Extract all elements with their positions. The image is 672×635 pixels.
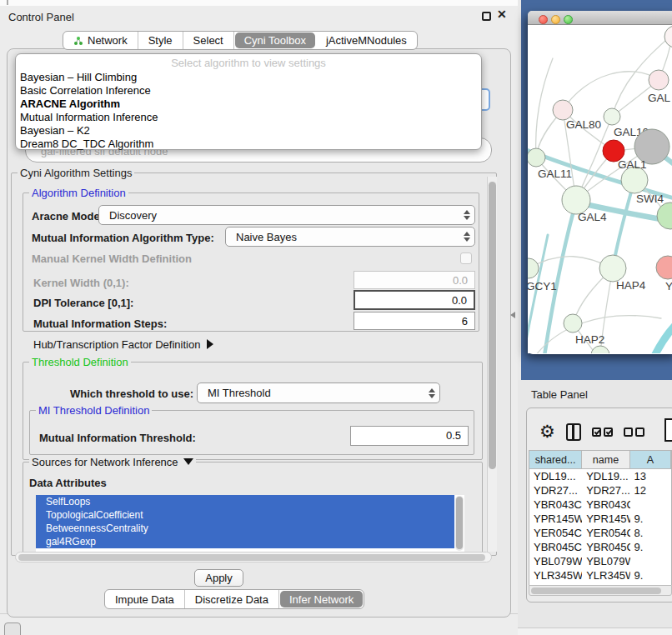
algorithm-option[interactable]: Mutual Information Inference bbox=[16, 110, 481, 123]
settings-horizontal-scrollbar[interactable] bbox=[15, 552, 492, 562]
sources-toggle[interactable]: Sources for Network Inference bbox=[29, 456, 196, 468]
gear-icon[interactable]: ⚙ bbox=[539, 423, 555, 440]
columns-icon[interactable] bbox=[566, 423, 581, 441]
combo-stepper-icon[interactable] bbox=[459, 210, 474, 220]
mi-steps-field[interactable]: 6 bbox=[354, 312, 475, 330]
table-cell: 13 bbox=[630, 469, 671, 483]
tab-select[interactable]: Select bbox=[183, 32, 234, 49]
combo-stepper-icon[interactable] bbox=[459, 232, 474, 242]
bottom-tabbar: Impute DataDiscretize DataInfer Network bbox=[104, 589, 364, 609]
table-cell: YBR043C bbox=[582, 498, 629, 512]
network-node-gal10[interactable] bbox=[604, 108, 620, 125]
tab-infer-network[interactable]: Infer Network bbox=[280, 591, 363, 608]
bottom-strip bbox=[518, 628, 672, 635]
zoom-traffic-light-icon[interactable] bbox=[564, 15, 573, 24]
manual-kernel-checkbox[interactable] bbox=[460, 252, 472, 264]
table-cell: YDL19... bbox=[529, 469, 582, 483]
network-node-hap2[interactable] bbox=[564, 314, 582, 332]
tab-discretize-data[interactable]: Discretize Data bbox=[185, 590, 279, 608]
mi-type-label: Mutual Information Algorithm Type: bbox=[32, 232, 214, 244]
algorithm-dropdown-popup: Select algorithm to view settings Bayesi… bbox=[15, 53, 482, 150]
table-cell: YPR145W bbox=[529, 512, 582, 526]
node-label: GAL4 bbox=[578, 211, 607, 223]
tab-label: Infer Network bbox=[289, 593, 354, 606]
data-attributes-list: SelfLoopsTopologicalCoefficientBetweenne… bbox=[36, 495, 464, 552]
table-cell: YER054C bbox=[529, 526, 582, 540]
tab-label: Discretize Data bbox=[195, 593, 268, 606]
node-label: GAL11 bbox=[538, 168, 572, 180]
kernel-width-label: Kernel Width (0,1): bbox=[33, 277, 129, 289]
network-window[interactable]: GALGAL80GAL10GAL1GAL11GAL4SWI4GCY1HAP4YH… bbox=[528, 11, 672, 354]
tab-impute-data[interactable]: Impute Data bbox=[105, 590, 185, 608]
attribute-item[interactable]: SelfLoops bbox=[36, 495, 454, 508]
network-node-gal4[interactable] bbox=[562, 186, 590, 214]
table-cell: YBR043C bbox=[529, 498, 582, 512]
network-node-gal[interactable] bbox=[649, 70, 669, 90]
attribute-item[interactable]: gal4RGexp bbox=[36, 535, 454, 548]
tab-label: jActiveMNodules bbox=[326, 34, 407, 47]
close-window-icon[interactable]: ✕ bbox=[497, 8, 507, 21]
network-node-gal11[interactable] bbox=[528, 148, 545, 167]
collapsed-panel-button[interactable] bbox=[4, 622, 21, 635]
column-header-shared...[interactable]: shared... bbox=[529, 451, 582, 469]
panel-title: Control Panel bbox=[8, 11, 74, 23]
network-window-titlebar[interactable] bbox=[528, 11, 672, 25]
attribute-item[interactable]: BetweennessCentrality bbox=[36, 522, 454, 535]
aracne-mode-combo[interactable]: Discovery bbox=[98, 205, 475, 225]
column-header-A[interactable]: A bbox=[630, 451, 671, 469]
tab-style[interactable]: Style bbox=[138, 32, 183, 49]
close-traffic-light-icon[interactable] bbox=[539, 15, 548, 24]
combo-stepper-icon[interactable] bbox=[424, 388, 439, 398]
attribute-item[interactable]: TopologicalCoefficient bbox=[36, 508, 454, 522]
algorithm-option[interactable]: Bayesian – K2 bbox=[16, 123, 481, 137]
tab-network[interactable]: Network bbox=[63, 32, 138, 49]
apply-button[interactable]: Apply bbox=[194, 569, 243, 587]
attributes-scrollbar[interactable] bbox=[455, 496, 464, 551]
table-cell: YLR345W bbox=[582, 568, 629, 582]
network-canvas[interactable]: GALGAL80GAL10GAL1GAL11GAL4SWI4GCY1HAP4YH… bbox=[528, 25, 672, 353]
collapse-down-icon bbox=[183, 458, 193, 465]
table-horizontal-scrollbar[interactable] bbox=[529, 585, 672, 596]
which-threshold-combo[interactable]: MI Threshold bbox=[197, 382, 440, 403]
unchecked-boxes-icon[interactable] bbox=[624, 428, 644, 437]
top-tick bbox=[7, 0, 8, 5]
algorithm-option[interactable]: Bayesian – Hill Climbing bbox=[16, 70, 481, 83]
dpi-tolerance-field[interactable]: 0.0 bbox=[354, 290, 475, 310]
table-row[interactable]: YDR27...YDR27...12 bbox=[529, 483, 671, 498]
network-node-gcy1[interactable] bbox=[528, 258, 539, 278]
network-node-swi4[interactable] bbox=[657, 202, 672, 229]
table-row[interactable]: YER054CYER054C8. bbox=[529, 526, 671, 540]
network-node[interactable] bbox=[664, 26, 672, 48]
document-icon[interactable] bbox=[664, 418, 672, 442]
algorithm-option[interactable]: Basic Correlation Inference bbox=[16, 83, 481, 97]
table-cell: 9. bbox=[630, 568, 671, 582]
panel-resize-arrow-icon[interactable] bbox=[510, 312, 515, 318]
table-row[interactable]: YBR045CYBR045C9. bbox=[529, 540, 671, 554]
algorithm-option[interactable]: ARACNE Algorithm bbox=[16, 97, 481, 110]
mi-steps-label: Mutual Information Steps: bbox=[33, 318, 167, 330]
column-header-name[interactable]: name bbox=[582, 451, 629, 469]
table-row[interactable]: YDL19...YDL19...13 bbox=[529, 469, 671, 483]
table-row[interactable]: YPR145WYPR145W9. bbox=[529, 512, 671, 526]
float-window-icon[interactable] bbox=[482, 12, 491, 21]
table-row[interactable]: YBL079WYBL079W bbox=[529, 554, 671, 568]
node-label: HAP4 bbox=[616, 279, 646, 292]
network-node-y[interactable] bbox=[656, 256, 672, 279]
checked-boxes-icon[interactable] bbox=[592, 428, 613, 437]
top-strip bbox=[0, 0, 518, 6]
minimize-traffic-light-icon[interactable] bbox=[551, 15, 560, 24]
network-node-hap4[interactable] bbox=[599, 255, 626, 282]
tab-jactivemnodules[interactable]: jActiveMNodules bbox=[316, 32, 417, 49]
tab-cyni-toolbox[interactable]: Cyni Toolbox bbox=[235, 32, 315, 48]
mi-threshold-field[interactable]: 0.5 bbox=[350, 426, 469, 446]
settings-vertical-scrollbar[interactable] bbox=[487, 177, 497, 552]
table-row[interactable]: YBR043CYBR043C bbox=[529, 498, 671, 512]
table-row[interactable]: YLR345WYLR345W9. bbox=[529, 568, 671, 582]
mi-type-combo[interactable]: Naive Bayes bbox=[225, 227, 475, 247]
network-node-gal80[interactable] bbox=[553, 100, 573, 120]
kernel-width-field[interactable]: 0.0 bbox=[354, 271, 475, 289]
algorithm-option[interactable]: Dream8 DC_TDC Algorithm bbox=[16, 137, 481, 150]
network-node[interactable] bbox=[591, 346, 609, 353]
table-cell: YDL19... bbox=[582, 469, 629, 483]
hub-definition-toggle[interactable]: Hub/Transcription Factor Definition bbox=[33, 338, 213, 351]
